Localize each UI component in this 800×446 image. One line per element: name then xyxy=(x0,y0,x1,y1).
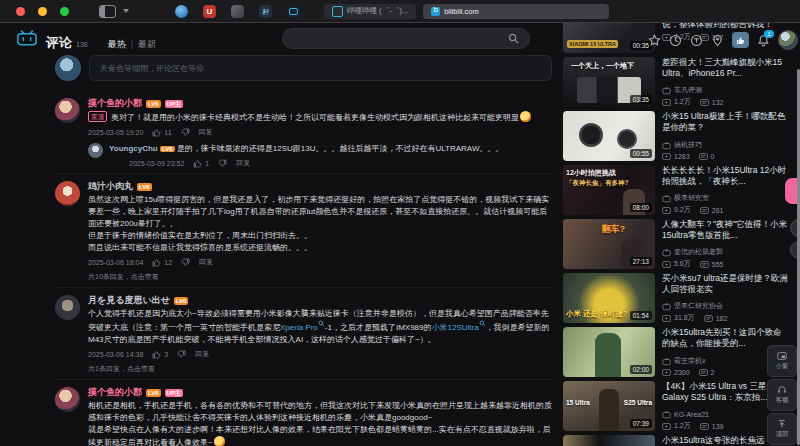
search-icon[interactable] xyxy=(508,33,519,44)
view-replies-link[interactable]: 共1条回复，点击查看 xyxy=(88,364,552,374)
video-thumbnail[interactable]: 12小时拍照挑战「夜神长焦」有多神?08:00 xyxy=(563,165,655,215)
comment-user-row[interactable]: 摸个鱼的小郡LV6UP主 xyxy=(88,387,552,398)
comment-search-link[interactable]: 小米12SUltra xyxy=(431,323,485,332)
video-uploader[interactable]: 非凡评测 xyxy=(662,85,789,95)
commenter-avatar[interactable] xyxy=(55,181,80,206)
chevron-down-icon[interactable] xyxy=(123,9,129,13)
like-button-active[interactable] xyxy=(732,32,749,48)
comment-username[interactable]: 摸个鱼的小郡 xyxy=(88,97,142,110)
commenter-avatar[interactable] xyxy=(55,387,80,412)
dislike-button[interactable] xyxy=(181,128,190,137)
sort-tab-hot[interactable]: 最热 xyxy=(108,38,126,51)
comment-username[interactable]: 鸡汁小肉丸 xyxy=(88,180,133,193)
thumbnail-overlay-text: 12小时拍照挑战 xyxy=(566,168,616,178)
comment-user-row[interactable]: 鸡汁小肉丸LV6 xyxy=(88,181,552,192)
favorites-star-icon[interactable] xyxy=(648,34,661,47)
pinned-tab-icon-5[interactable] xyxy=(287,5,300,18)
like-button[interactable]: 1 xyxy=(193,159,209,168)
comment-item: 月を見る度思い出せLV6个人觉得手机还是因为底太小~导致必须得需要用小米影像大脑… xyxy=(55,288,552,380)
video-card[interactable]: 小米 还是 保时捷?01:54买小米su7 ultra还是保时捷？欧洲人回答很老… xyxy=(563,273,789,323)
coin-icon[interactable] xyxy=(690,34,703,47)
video-thumbnail[interactable]: 翻车?27:13 xyxy=(563,219,655,269)
close-window-button[interactable] xyxy=(16,7,25,16)
reply-button[interactable]: 回复 xyxy=(236,158,250,168)
pinned-tab-icon-2[interactable]: U xyxy=(203,5,216,18)
comment-user-row[interactable]: 月を見る度思い出せLV6 xyxy=(88,295,552,306)
user-avatar[interactable] xyxy=(778,30,798,50)
video-card[interactable]: 12小时拍照挑战「夜神长焦」有多神?08:00长长长长长！小米15Ultra 1… xyxy=(563,165,789,215)
play-count-icon xyxy=(662,422,671,431)
commenter-avatar[interactable] xyxy=(55,295,80,320)
play-count: 31.8万 xyxy=(662,313,695,323)
video-title[interactable]: 长长长长长！小米15Ultra 12小时拍照挑战，「夜神长... xyxy=(662,165,789,187)
comment-input-placeholder: 天青色等烟雨，评论区在等你 xyxy=(100,63,204,74)
pinned-tab-icon-4[interactable]: 籽 xyxy=(259,5,272,18)
video-title[interactable]: 买小米su7 ultra还是保时捷？欧洲人回答很老实 xyxy=(662,273,789,295)
video-thumbnail[interactable]: 小米 还是 保时捷?01:54 xyxy=(563,273,655,323)
back-to-top-button[interactable]: 顶部 xyxy=(767,413,797,445)
comment-username[interactable]: 摸个鱼的小郡 xyxy=(88,386,142,399)
video-thumbnail[interactable]: 02:00 xyxy=(563,327,655,377)
like-button[interactable]: 12 xyxy=(152,258,172,267)
dislike-button[interactable] xyxy=(218,159,227,168)
dislike-button[interactable] xyxy=(181,258,190,267)
reply-button[interactable]: 回复 xyxy=(195,349,209,359)
sort-tab-new[interactable]: 最新 xyxy=(138,38,156,51)
video-card[interactable]: 00:55小米15 Ultra极速上手！哪款配色是你的菜？搞机技巧12830 xyxy=(563,111,789,161)
video-card[interactable]: 翻车?27:13人像大翻车？"夜神"它值得！小米15ultra零售版首批...爱… xyxy=(563,219,789,269)
video-thumbnail[interactable]: 一个天上，一个地下03:35 xyxy=(563,57,655,107)
play-count-value: 2300 xyxy=(674,369,690,376)
uploader-icon xyxy=(662,141,671,150)
reply-username[interactable]: YoungcyChu xyxy=(109,144,158,153)
pinned-tabs: U 籽 xyxy=(175,5,300,18)
tab-bilibili-home[interactable]: 哔哩哔哩 (゜-゜)... xyxy=(324,4,416,19)
video-thumbnail[interactable]: 00:55 xyxy=(563,111,655,161)
search-input[interactable] xyxy=(282,28,530,49)
zoom-window-button[interactable] xyxy=(60,7,69,16)
comment-date: 2025-03-06 18:04 xyxy=(88,259,143,266)
pinned-tab-icon-3[interactable] xyxy=(231,5,244,18)
video-thumbnail[interactable]: XIAOMI 15 ULTRA00:35 xyxy=(563,22,655,53)
thumb-up-icon xyxy=(152,128,161,137)
video-title[interactable]: 说，整体体验到的都告诉我！ xyxy=(662,22,789,30)
video-uploader[interactable]: 坚果仁研究协会 xyxy=(662,301,789,311)
support-button[interactable]: 客服 xyxy=(767,379,797,411)
video-card[interactable]: 小米15ultra这夸张的长焦远 xyxy=(563,435,789,446)
user-level-badge: UP主 xyxy=(165,100,183,108)
comment-input[interactable]: 天青色等烟雨，评论区在等你 xyxy=(89,55,552,81)
like-button[interactable]: 3 xyxy=(152,350,168,359)
notification-bell-icon[interactable]: 1 xyxy=(757,34,770,47)
pinned-tab-icon-1[interactable] xyxy=(175,5,188,18)
sidebar-toggle-icon[interactable] xyxy=(99,5,116,18)
miniplayer-button[interactable]: 小窗 xyxy=(767,345,797,377)
current-user-avatar[interactable] xyxy=(55,55,81,81)
tab-bilibili-video[interactable]: bilibili.com xyxy=(423,4,609,19)
video-uploader[interactable]: 极果研究室 xyxy=(662,193,789,203)
video-title[interactable]: 差距很大！三大巅峰旗舰小米15 Ultra、iPhone16 Pr... xyxy=(662,57,789,79)
commenter-avatar[interactable] xyxy=(55,98,80,123)
video-uploader[interactable]: 搞机技巧 xyxy=(662,140,789,150)
view-replies-link[interactable]: 共10条回复，点击查看 xyxy=(88,272,552,282)
video-info: 人像大翻车？"夜神"它值得！小米15ultra零售版首批...爱玩的松鼠老郭5.… xyxy=(662,219,789,269)
video-card[interactable]: 一个天上，一个地下03:35差距很大！三大巅峰旗舰小米15 Ultra、iPho… xyxy=(563,57,789,107)
comment-user-row[interactable]: 摸个鱼的小郡LV6UP主 xyxy=(88,98,552,109)
video-card[interactable]: 02:00小米15ultra先别买！这四个致命的缺点，你能接受的...霸王荣机v… xyxy=(563,327,789,377)
video-title[interactable]: 小米15 Ultra极速上手！哪款配色是你的菜？ xyxy=(662,111,789,133)
reply-button[interactable]: 回复 xyxy=(199,257,213,267)
comment-username[interactable]: 月を見る度思い出せ xyxy=(88,294,170,307)
like-button[interactable]: 11 xyxy=(152,128,171,137)
video-thumbnail[interactable]: 15 UltraS25 Ultra07:39 xyxy=(563,381,655,431)
video-thumbnail[interactable] xyxy=(563,435,655,446)
video-card[interactable]: 15 UltraS25 Ultra07:39【4K】小米15 Ultra vs … xyxy=(563,381,789,431)
history-clock-icon[interactable] xyxy=(669,34,682,47)
minimize-window-button[interactable] xyxy=(38,7,47,16)
uploader-icon xyxy=(662,194,671,203)
bilibili-logo-icon[interactable] xyxy=(16,30,38,46)
dislike-button[interactable] xyxy=(177,350,186,359)
video-uploader[interactable]: 爱玩的松鼠老郭 xyxy=(662,247,789,257)
video-title[interactable]: 人像大翻车？"夜神"它值得！小米15ultra零售版首批... xyxy=(662,219,789,241)
reply-button[interactable]: 回复 xyxy=(199,127,213,137)
location-pin-icon[interactable] xyxy=(711,34,724,47)
reply-avatar[interactable] xyxy=(88,143,103,158)
comment-search-link[interactable]: Xperia Pro xyxy=(280,323,325,332)
